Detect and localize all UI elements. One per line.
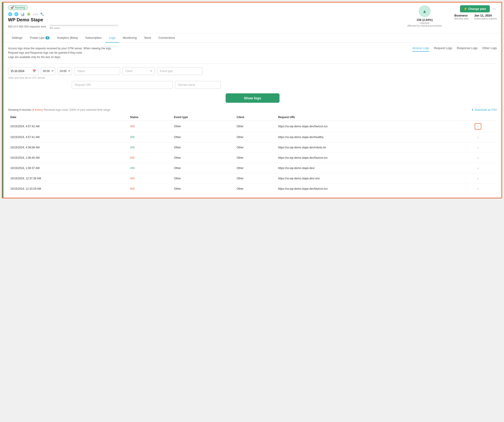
more-options-button[interactable]: ··· xyxy=(492,6,497,12)
change-plan-button[interactable]: ⚡ Change plan xyxy=(460,5,490,12)
client-select[interactable]: Client Other xyxy=(122,67,155,75)
cell-event-type: Other xyxy=(172,121,234,132)
tab-connections[interactable]: Connections xyxy=(155,33,179,43)
cell-action[interactable]: › xyxy=(459,183,497,194)
cell-action[interactable]: › xyxy=(459,152,497,163)
col-date: Date xyxy=(8,114,128,121)
cell-status: 400 xyxy=(128,183,172,194)
row-detail-button[interactable]: › xyxy=(475,165,481,171)
affected-sub: Affected by tracking prevention xyxy=(407,24,442,27)
table-row: 10/15/2024, 12:10:29 AM 400 Other Other … xyxy=(8,183,497,194)
cell-date: 10/15/2024, 4:57:41 AM xyxy=(8,132,128,142)
icon-globe1[interactable]: 🌐 xyxy=(8,12,12,16)
icon-code[interactable]: </> xyxy=(33,13,38,16)
table-row: 10/15/2024, 4:57:41 AM 200 Other Other h… xyxy=(8,132,497,142)
date-input-wrap[interactable]: 📅 xyxy=(8,67,39,75)
errors-text: (4 errors) xyxy=(32,108,43,111)
cell-event-type: Other xyxy=(172,142,234,152)
cell-client: Other xyxy=(234,152,276,163)
cell-client: Other xyxy=(234,173,276,183)
utc-note: Date and time are in UTC format xyxy=(8,76,497,79)
request-url-input[interactable] xyxy=(72,81,173,89)
time-to-select[interactable]: 24:00 23:00 22:00 xyxy=(58,67,72,75)
cell-action[interactable]: › xyxy=(459,142,497,152)
requests-text: 920 of 5 000 000 requests sent xyxy=(8,25,46,28)
cell-action[interactable]: › xyxy=(459,163,497,173)
cell-action[interactable]: › xyxy=(459,121,497,132)
cell-date: 10/15/2024, 1:06:37 AM xyxy=(8,163,128,173)
tab-powerups[interactable]: Power-Ups 7 xyxy=(26,33,53,43)
cell-date: 10/15/2024, 4:57:42 AM xyxy=(8,121,128,132)
show-logs-button[interactable]: Show logs xyxy=(226,93,280,103)
cell-request-url: https://ss.wp-demo.stape.dev/favicon.ico xyxy=(276,121,459,132)
progress-bar xyxy=(49,25,118,26)
cell-date: 10/15/2024, 12:10:29 AM xyxy=(8,183,128,194)
requests-used: 0% used xyxy=(49,27,59,29)
tab-response-logs[interactable]: Response Logs xyxy=(457,46,477,52)
tab-request-logs[interactable]: Request Logs xyxy=(434,46,452,52)
client-select-wrap: Client Other ▼ xyxy=(122,67,155,75)
event-type-input[interactable] xyxy=(157,67,203,75)
cell-client: Other xyxy=(234,183,276,194)
icon-bar[interactable]: 📊 xyxy=(20,12,25,16)
date-input[interactable] xyxy=(11,69,31,73)
col-status: Status xyxy=(128,114,172,121)
row-detail-button[interactable]: › xyxy=(475,145,481,150)
cell-event-type: Other xyxy=(172,173,234,183)
row-detail-button[interactable]: › xyxy=(475,186,481,192)
tab-logs[interactable]: Logs xyxy=(105,33,119,43)
table-row: 10/15/2024, 4:38:08 AM 200 Other Other h… xyxy=(8,142,497,152)
logs-table: Date Status Event type Client Request UR… xyxy=(8,114,497,194)
cell-request-url: https://ss.wp-demo.stape.dev/.env xyxy=(276,173,459,183)
cell-client: Other xyxy=(234,121,276,132)
affected-count: 158 (2,84%) xyxy=(416,18,433,22)
cell-request-url: https://ss.wp-demo.stape.dev/healthy xyxy=(276,132,459,142)
domain-name-input[interactable] xyxy=(175,81,221,89)
row-detail-button[interactable]: › xyxy=(475,123,481,130)
row-detail-button[interactable]: › xyxy=(475,176,481,181)
row-detail-button[interactable]: › xyxy=(475,134,481,140)
cell-event-type: Other xyxy=(172,183,234,194)
download-csv-link[interactable]: ⬇ Download as CSV xyxy=(471,108,497,111)
cell-request-url: https://ss.wp-demo.stape.dev/robots.txt xyxy=(276,142,459,152)
col-event-type: Event type xyxy=(172,114,234,121)
icon-globe2[interactable]: 🌐 xyxy=(14,12,18,16)
expiry-date: Jan 11, 2024 xyxy=(474,14,497,17)
row-detail-button[interactable]: › xyxy=(475,155,481,161)
table-row: 10/15/2024, 1:06:40 AM 400 Other Other h… xyxy=(8,152,497,163)
tab-analytics[interactable]: Analytics (Beta) xyxy=(53,33,81,43)
status-input[interactable] xyxy=(74,67,120,75)
nav-tabs: Settings Power-Ups 7 Analytics (Beta) Su… xyxy=(3,33,501,43)
tab-subscription[interactable]: Subscription xyxy=(81,33,105,43)
affected-stats: ▲ 158 (2,84%) requests Affected by track… xyxy=(403,5,446,27)
tab-other-logs[interactable]: Other Logs xyxy=(482,46,497,52)
cell-action[interactable]: › xyxy=(459,173,497,183)
showing-text: Showing 8 records xyxy=(8,108,31,111)
tab-access-logs[interactable]: Access Logs xyxy=(412,46,429,52)
cell-client: Other xyxy=(234,132,276,142)
cell-action[interactable]: › xyxy=(459,132,497,142)
cell-client: Other xyxy=(234,163,276,173)
icon-star[interactable]: ✳️ xyxy=(27,12,31,16)
cell-status: 200 xyxy=(128,132,172,142)
tab-store[interactable]: Store xyxy=(140,33,155,43)
table-row: 10/15/2024, 1:06:37 AM 200 Other Other h… xyxy=(8,163,497,173)
coverage-text: Received logs cover 100% of your selecte… xyxy=(44,108,110,111)
main-content: Access logs show the requests received b… xyxy=(3,43,501,198)
cell-event-type: Other xyxy=(172,163,234,173)
affected-label: requests xyxy=(420,22,429,24)
cell-status: 400 xyxy=(128,173,172,183)
icon-tool[interactable]: 🔧 xyxy=(40,12,44,16)
tab-monitoring[interactable]: Monitoring xyxy=(119,33,140,43)
cell-request-url: https://ss.wp-demo.stape.dev/favicon.ico xyxy=(276,152,459,163)
cell-status: 200 xyxy=(128,142,172,152)
expiry-label: Subscription expires xyxy=(474,17,497,20)
cell-client: Other xyxy=(234,142,276,152)
table-row: 10/15/2024, 4:57:42 AM 400 Other Other h… xyxy=(8,121,497,132)
circle-indicator: ▲ xyxy=(419,5,431,17)
rocket-icon: 🚀 xyxy=(11,6,14,9)
tab-settings[interactable]: Settings xyxy=(8,33,26,43)
log-description: Access logs show the requests received b… xyxy=(8,46,112,60)
time-from-select[interactable]: 00:00 01:00 06:00 xyxy=(41,67,55,75)
log-type-tabs: Access Logs Request Logs Response Logs O… xyxy=(412,46,497,52)
